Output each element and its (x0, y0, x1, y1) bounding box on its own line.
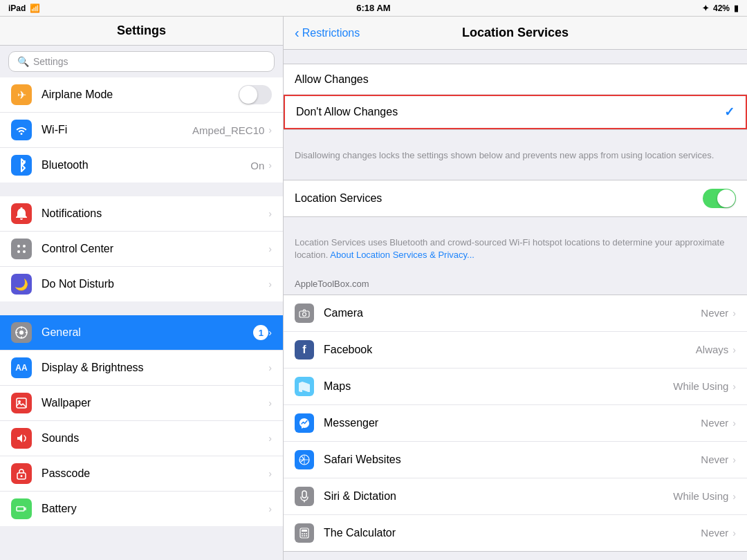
dont-allow-changes-item[interactable]: Don't Allow Changes ✓ (284, 95, 747, 129)
safari-item[interactable]: Safari Websites Never › (284, 442, 747, 478)
control-center-label: Control Center (42, 243, 268, 255)
svg-point-9 (21, 475, 23, 477)
dont-allow-checkmark: ✓ (724, 104, 735, 120)
airplane-toggle[interactable] (239, 85, 272, 104)
svg-point-5 (19, 330, 24, 335)
messenger-item[interactable]: Messenger Never › (284, 405, 747, 442)
svg-point-24 (304, 535, 305, 536)
siri-app-icon (295, 487, 314, 506)
camera-value: Never (701, 307, 728, 319)
calculator-item[interactable]: The Calculator Never › (284, 515, 747, 551)
airplane-icon: ✈ (11, 84, 32, 105)
sidebar-item-notifications[interactable]: Notifications › (0, 196, 283, 232)
main-layout: Settings 🔍 Settings ✈ Airplane Mode (0, 17, 747, 560)
status-bar: iPad 📶 6:18 AM ✦ 42% ▮ (0, 0, 747, 17)
wifi-icon: 📶 (30, 3, 40, 13)
bluetooth-settings-icon (11, 155, 32, 176)
sidebar-item-wallpaper[interactable]: Wallpaper › (0, 386, 283, 421)
sidebar-item-general[interactable]: General 1 › (0, 315, 283, 351)
maps-value: While Using (673, 380, 728, 392)
detail-header: ‹ Restrictions Location Services (284, 17, 747, 50)
notifications-label: Notifications (42, 207, 268, 220)
sidebar-item-bluetooth[interactable]: Bluetooth On › (0, 148, 283, 183)
apps-section: Camera Never › f Facebook Always › Maps … (284, 295, 747, 552)
airplane-toggle-knob (239, 86, 257, 104)
facebook-chevron: › (732, 344, 736, 355)
sidebar-item-sounds[interactable]: Sounds › (0, 421, 283, 456)
facebook-value: Always (696, 344, 729, 355)
safari-chevron: › (732, 454, 736, 465)
svg-point-22 (306, 533, 307, 534)
wifi-label: Wi-Fi (42, 124, 192, 136)
settings-list: ✈ Airplane Mode Wi-Fi Amped_REC10 › (0, 77, 283, 560)
detail-panel-title: Location Services (462, 26, 569, 40)
maps-item[interactable]: Maps While Using › (284, 368, 747, 405)
control-center-chevron: › (268, 243, 272, 254)
sidebar-item-display[interactable]: AA Display & Brightness › (0, 351, 283, 386)
notifications-chevron: › (268, 208, 272, 219)
changes-section: Allow Changes Don't Allow Changes ✓ (284, 64, 747, 130)
messenger-chevron: › (732, 418, 736, 429)
general-chevron: › (268, 327, 272, 338)
siri-label: Siri & Dictation (324, 490, 673, 503)
privacy-link[interactable]: About Location Services & Privacy... (330, 250, 474, 260)
facebook-app-icon: f (295, 340, 314, 360)
search-bar-container: 🔍 Settings (0, 46, 283, 77)
sounds-chevron: › (268, 433, 272, 444)
general-icon (11, 322, 32, 343)
sidebar-item-do-not-disturb[interactable]: 🌙 Do Not Disturb › (0, 267, 283, 301)
wifi-value: Amped_REC10 (192, 124, 264, 136)
bluetooth-chevron: › (268, 160, 272, 171)
facebook-item[interactable]: f Facebook Always › (284, 332, 747, 368)
siri-value: While Using (673, 490, 728, 502)
search-bar[interactable]: 🔍 Settings (8, 51, 275, 72)
svg-point-25 (306, 535, 307, 536)
camera-label: Camera (324, 307, 701, 319)
detail-panel: ‹ Restrictions Location Services Allow C… (284, 17, 747, 560)
allow-changes-item[interactable]: Allow Changes (284, 64, 747, 95)
general-label: General (42, 326, 249, 339)
maps-label: Maps (324, 380, 673, 393)
sidebar-item-wifi[interactable]: Wi-Fi Amped_REC10 › (0, 113, 283, 148)
wifi-chevron: › (268, 124, 272, 136)
back-button[interactable]: ‹ Restrictions (295, 25, 360, 41)
calculator-value: Never (701, 527, 728, 539)
svg-rect-10 (17, 507, 24, 511)
svg-point-23 (302, 535, 303, 536)
allow-changes-label: Allow Changes (295, 73, 736, 86)
control-center-icon (11, 239, 32, 259)
messenger-value: Never (701, 417, 728, 429)
bluetooth-icon: ✦ (702, 3, 709, 13)
sidebar-item-control-center[interactable]: Control Center › (0, 232, 283, 267)
battery-chevron: › (268, 503, 272, 514)
svg-rect-11 (299, 311, 309, 317)
maps-chevron: › (732, 381, 736, 392)
messenger-app-icon (295, 413, 314, 433)
safari-label: Safari Websites (324, 454, 701, 466)
display-chevron: › (268, 362, 272, 373)
status-left: iPad 📶 (8, 3, 40, 13)
back-label: Restrictions (302, 27, 360, 39)
general-badge: 1 (253, 325, 268, 340)
wallpaper-chevron: › (268, 398, 272, 409)
facebook-label: Facebook (324, 344, 696, 356)
svg-point-1 (23, 245, 26, 248)
back-chevron-icon: ‹ (295, 25, 299, 41)
siri-item[interactable]: Siri & Dictation While Using › (284, 478, 747, 515)
bluetooth-value: On (250, 160, 264, 171)
airplane-label: Airplane Mode (42, 88, 239, 101)
location-services-item[interactable]: Location Services (284, 180, 747, 216)
do-not-disturb-icon: 🌙 (11, 274, 32, 295)
settings-group-connectivity: ✈ Airplane Mode Wi-Fi Amped_REC10 › (0, 77, 283, 183)
svg-point-12 (303, 312, 306, 316)
notifications-icon (11, 203, 32, 224)
location-services-toggle[interactable] (703, 189, 736, 208)
sidebar-item-passcode[interactable]: Passcode › (0, 456, 283, 492)
svg-point-2 (17, 250, 20, 253)
search-placeholder: Settings (33, 56, 68, 67)
sidebar-item-battery[interactable]: Battery › (0, 492, 283, 526)
status-time: 6:18 AM (356, 3, 390, 13)
passcode-chevron: › (268, 468, 272, 479)
camera-item[interactable]: Camera Never › (284, 295, 747, 332)
sidebar-item-airplane[interactable]: ✈ Airplane Mode (0, 77, 283, 113)
